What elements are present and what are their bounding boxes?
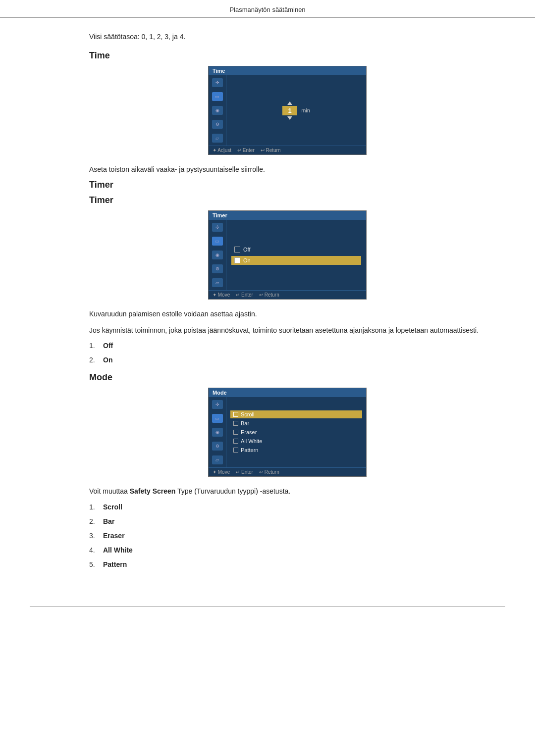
sidebar-icon-4: ⚙	[212, 120, 223, 129]
timer-section-heading: Timer	[89, 180, 485, 190]
mode-list-item-3: 3. Eraser	[89, 531, 485, 541]
mode-scroll-label: Scroll	[241, 411, 255, 417]
mode-option-eraser: Eraser	[230, 428, 362, 436]
page-title: Plasmanäytön säätäminen	[229, 6, 305, 13]
mode-sidebar-icon-4: ⚙	[212, 442, 223, 451]
timer-sidebar: ✣ ▭ ◉ ⚙ ▱	[209, 220, 226, 290]
intro-text: Viisi säätötasoa: 0, 1, 2, 3, ja 4.	[89, 33, 485, 41]
timer-sidebar-icon-5: ▱	[212, 278, 223, 287]
timer-sidebar-icon-3: ◉	[212, 251, 223, 259]
time-footer-enter: ↵ Enter	[237, 148, 255, 153]
mode-list-label-1: Scroll	[103, 502, 122, 512]
mode-bar-indicator	[233, 421, 238, 426]
sidebar-icon-2: ▭	[212, 92, 223, 101]
mode-mockup: Mode ✣ ▭ ◉ ⚙ ▱ Scroll Bar	[208, 388, 367, 477]
timer-list: 1. Off 2. On	[89, 341, 485, 365]
mode-list-label-3: Eraser	[103, 531, 125, 541]
time-sidebar: ✣ ▭ ◉ ⚙ ▱	[209, 75, 226, 146]
timer-list-num-1: 1.	[89, 341, 103, 351]
timer-list-label-1: Off	[103, 341, 113, 351]
mode-mockup-body: ✣ ▭ ◉ ⚙ ▱ Scroll Bar	[209, 397, 366, 467]
time-footer-return: ↩ Return	[261, 148, 281, 153]
timer-sidebar-icon-4: ⚙	[212, 264, 223, 273]
time-main-content: 1 min	[226, 75, 366, 146]
mode-list-num-2: 2.	[89, 516, 103, 527]
mode-allwhite-label: All White	[241, 438, 262, 444]
sidebar-icon-3: ◉	[212, 106, 223, 115]
timer-description1: Kuvaruudun palamisen estolle voidaan ase…	[89, 308, 485, 319]
timer-list-item-1: 1. Off	[89, 341, 485, 351]
mode-list-item-1: 1. Scroll	[89, 502, 485, 512]
timer-mockup-body: ✣ ▭ ◉ ⚙ ▱ Off On	[209, 220, 366, 290]
mode-list-num-1: 1.	[89, 502, 103, 512]
mode-description: Voit muuttaa Safety Screen Type (Turvaru…	[89, 486, 485, 497]
mode-sidebar-icon-3: ◉	[212, 428, 223, 437]
timer-footer: ✦ Move ↵ Enter ↩ Return	[209, 290, 366, 299]
timer-sidebar-icon-1: ✣	[212, 223, 223, 232]
timer-option-off: Off	[231, 245, 361, 254]
time-heading: Time	[89, 50, 485, 61]
timer-list-num-2: 2.	[89, 355, 103, 365]
mode-sidebar-icon-2: ▭	[212, 414, 223, 423]
time-unit: min	[301, 107, 310, 113]
mode-footer-enter: ↵ Enter	[236, 469, 253, 475]
mode-list-label-2: Bar	[103, 516, 114, 527]
mode-bar-label: Bar	[241, 420, 249, 426]
time-description: Aseta toiston aikaväli vaaka- ja pystysu…	[89, 164, 485, 175]
safety-screen-bold: Safety Screen	[130, 487, 176, 495]
mode-list-label-5: Pattern	[103, 559, 127, 570]
timer-off-label: Off	[243, 247, 250, 252]
page-header: Plasmanäytön säätäminen	[0, 0, 535, 18]
timer-footer-return: ↩ Return	[259, 292, 279, 298]
timer-off-indicator	[234, 247, 240, 252]
timer-mockup: Timer ✣ ▭ ◉ ⚙ ▱ Off On	[208, 210, 367, 300]
mode-sidebar: ✣ ▭ ◉ ⚙ ▱	[209, 397, 226, 467]
time-mockup-body: ✣ ▭ ◉ ⚙ ▱ 1 min	[209, 75, 366, 146]
sidebar-icon-1: ✣	[212, 78, 223, 87]
timer-options-content: Off On	[226, 220, 366, 290]
timer-description2: Jos käynnistät toiminnon, joka poistaa j…	[89, 325, 485, 336]
mode-footer: ✦ Move ↵ Enter ↩ Return	[209, 467, 366, 476]
mode-option-scroll: Scroll	[230, 410, 362, 418]
timer-sidebar-icon-2: ▭	[212, 237, 223, 246]
mode-mockup-title: Mode	[209, 388, 366, 397]
mode-footer-return: ↩ Return	[259, 469, 279, 475]
mode-list-num-5: 5.	[89, 559, 103, 570]
mode-footer-move: ✦ Move	[213, 469, 230, 475]
mode-allwhite-indicator	[233, 439, 238, 444]
timer-on-label: On	[243, 257, 251, 263]
timer-list-label-2: On	[103, 355, 112, 365]
mode-options-content: Scroll Bar Eraser All White	[226, 397, 366, 467]
sidebar-icon-5: ▱	[212, 134, 223, 143]
timer-list-item-2: 2. On	[89, 355, 485, 365]
timer-mockup-title: Timer	[209, 211, 366, 220]
time-footer: ✦ Adjust ↵ Enter ↩ Return	[209, 146, 366, 154]
mode-list-item-2: 2. Bar	[89, 516, 485, 527]
timer-heading: Timer	[89, 195, 485, 205]
mode-scroll-indicator	[233, 412, 238, 417]
mode-list-num-4: 4.	[89, 545, 103, 555]
timer-footer-enter: ↵ Enter	[236, 292, 253, 298]
timer-option-on: On	[231, 256, 361, 265]
time-control: 1 min	[231, 97, 361, 125]
page-container: Plasmanäytön säätäminen Viisi säätötasoa…	[0, 0, 535, 756]
mode-option-bar: Bar	[230, 419, 362, 427]
time-footer-adjust: ✦ Adjust	[213, 148, 231, 153]
mode-pattern-indicator	[233, 448, 238, 453]
timer-on-indicator	[234, 257, 240, 263]
mode-list: 1. Scroll 2. Bar 3. Eraser 4. All White …	[89, 502, 485, 570]
mode-option-pattern: Pattern	[230, 446, 362, 454]
mode-list-label-4: All White	[103, 545, 133, 555]
content-area: Viisi säätötasoa: 0, 1, 2, 3, ja 4. Time…	[0, 18, 535, 597]
timer-footer-move: ✦ Move	[213, 292, 230, 298]
time-value: 1	[282, 106, 297, 115]
mode-list-num-3: 3.	[89, 531, 103, 541]
mode-eraser-indicator	[233, 430, 238, 435]
mode-sidebar-icon-1: ✣	[212, 400, 223, 409]
mode-list-item-5: 5. Pattern	[89, 559, 485, 570]
time-mockup: Time ✣ ▭ ◉ ⚙ ▱ 1 min	[208, 66, 367, 155]
mode-option-allwhite: All White	[230, 437, 362, 445]
mode-sidebar-icon-5: ▱	[212, 455, 223, 464]
mode-list-item-4: 4. All White	[89, 545, 485, 555]
time-down-arrow	[287, 116, 292, 120]
